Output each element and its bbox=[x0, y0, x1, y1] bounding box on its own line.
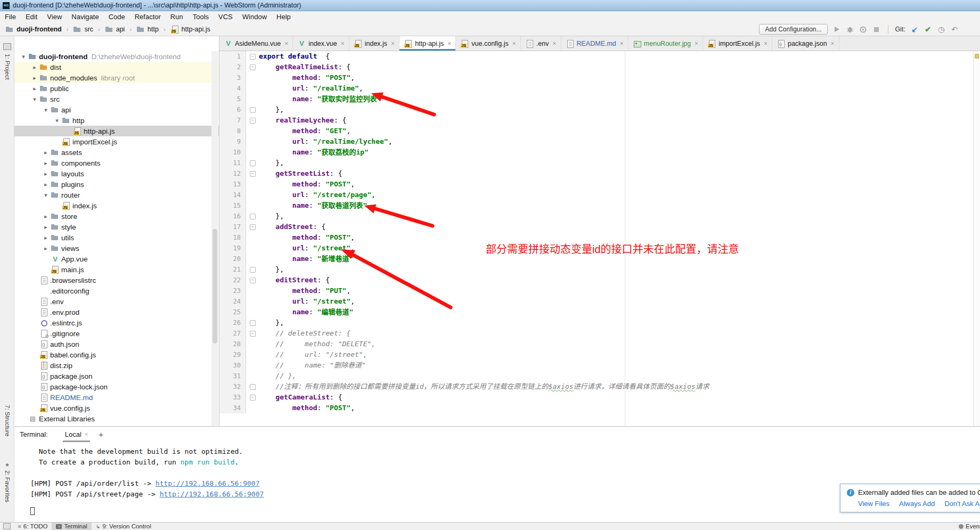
stop-icon[interactable] bbox=[872, 25, 881, 34]
run-icon[interactable] bbox=[832, 25, 841, 34]
tree-item[interactable]: ▸dist bbox=[14, 62, 219, 72]
tree-item[interactable]: .gitignore bbox=[14, 328, 219, 339]
chevron-right-icon[interactable]: ▸ bbox=[41, 160, 51, 167]
chevron-right-icon[interactable]: ▸ bbox=[30, 85, 39, 92]
fold-end-icon[interactable] bbox=[250, 214, 256, 219]
close-tab-icon[interactable]: × bbox=[512, 40, 516, 47]
tree-item[interactable]: dist.zip bbox=[14, 360, 219, 371]
status-bar-item-terminal[interactable]: >Terminal bbox=[52, 523, 91, 530]
chevron-down-icon[interactable]: ▾ bbox=[41, 107, 51, 113]
terminal-link[interactable]: http://192.168.66.56:9007 bbox=[160, 490, 264, 498]
menu-item-refactor[interactable]: Refactor bbox=[130, 11, 166, 22]
close-tab-icon[interactable]: × bbox=[620, 40, 624, 47]
menu-item-help[interactable]: Help bbox=[272, 11, 296, 22]
tree-item[interactable]: http-api.js bbox=[14, 126, 219, 136]
terminal-link[interactable]: http://192.168.66.56:9007 bbox=[156, 479, 260, 487]
close-tab-icon[interactable]: × bbox=[764, 40, 767, 47]
close-tab-icon[interactable]: × bbox=[447, 40, 451, 47]
breadcrumb-item[interactable]: src bbox=[73, 25, 93, 34]
chevron-right-icon[interactable]: ▸ bbox=[30, 75, 39, 81]
chevron-right-icon[interactable]: ▸ bbox=[41, 149, 51, 156]
close-tab-icon[interactable]: × bbox=[695, 40, 698, 47]
revert-icon[interactable]: ↶ bbox=[950, 25, 959, 34]
menu-item-vcs[interactable]: VCS bbox=[214, 11, 238, 22]
inspection-warning-mark[interactable] bbox=[975, 54, 979, 59]
breadcrumb-item[interactable]: duoji-frontend bbox=[5, 25, 62, 34]
run-with-coverage-icon[interactable] bbox=[859, 25, 868, 34]
close-tab-icon[interactable]: × bbox=[831, 40, 835, 47]
notification-action-link[interactable]: Always Add bbox=[899, 500, 935, 508]
editor-tab[interactable]: index.js× bbox=[349, 36, 399, 51]
new-terminal-session-button[interactable]: + bbox=[99, 430, 103, 439]
close-tab-icon[interactable]: × bbox=[284, 40, 288, 47]
breadcrumb-item[interactable]: api bbox=[105, 25, 125, 34]
tree-item[interactable]: ▸components bbox=[14, 158, 219, 168]
menu-item-code[interactable]: Code bbox=[104, 11, 130, 22]
editor-tab[interactable]: VAsideMenu.vue× bbox=[219, 36, 293, 51]
tree-item[interactable]: main.js bbox=[14, 264, 219, 275]
tree-item[interactable]: .editorconfig bbox=[14, 286, 219, 296]
status-bar-item-todo[interactable]: ≡6: TODO bbox=[14, 523, 52, 530]
editor-tab[interactable]: menuRouter.jpg× bbox=[628, 36, 703, 51]
fold-end-icon[interactable] bbox=[250, 160, 256, 166]
git-update-icon[interactable]: ↙ bbox=[910, 25, 919, 34]
tree-item[interactable]: .browserslistrc bbox=[14, 275, 219, 286]
chevron-right-icon[interactable]: ▸ bbox=[41, 234, 51, 241]
tree-item[interactable]: VApp.vue bbox=[14, 254, 219, 264]
chevron-right-icon[interactable]: ▸ bbox=[30, 64, 39, 71]
close-tab-icon[interactable]: × bbox=[552, 40, 556, 47]
chevron-right-icon[interactable]: ▸ bbox=[41, 245, 51, 252]
fold-collapse-icon[interactable]: − bbox=[250, 54, 256, 60]
menu-item-window[interactable]: Window bbox=[238, 11, 272, 22]
editor-tab[interactable]: http-api.js× bbox=[399, 36, 456, 51]
tree-item[interactable]: package.json bbox=[14, 371, 219, 381]
menu-item-edit[interactable]: Edit bbox=[21, 11, 42, 22]
chevron-right-icon[interactable]: ▸ bbox=[41, 170, 51, 177]
tree-item[interactable]: README.md bbox=[14, 392, 219, 403]
project-tree-scrollbar-thumb[interactable] bbox=[213, 229, 217, 344]
tree-item[interactable]: package-lock.json bbox=[14, 381, 219, 392]
close-tab-icon[interactable]: × bbox=[341, 40, 345, 47]
terminal-tab-local[interactable]: Local × bbox=[63, 426, 91, 442]
menu-item-file[interactable]: File bbox=[0, 11, 21, 22]
chevron-down-icon[interactable]: ▾ bbox=[52, 117, 62, 124]
menu-item-tools[interactable]: Tools bbox=[188, 11, 214, 22]
editor-tab[interactable]: vue.config.js× bbox=[456, 36, 521, 51]
fold-collapse-icon[interactable]: − bbox=[250, 331, 256, 337]
notification-action-link[interactable]: Don't Ask Agai bbox=[944, 500, 980, 508]
chevron-down-icon[interactable]: ▾ bbox=[41, 192, 51, 199]
menu-item-navigate[interactable]: Navigate bbox=[67, 11, 103, 22]
tree-item[interactable]: ▸layouts bbox=[14, 168, 219, 179]
chevron-down-icon[interactable]: ▾ bbox=[19, 53, 28, 60]
editor-tab[interactable]: importExcel.js× bbox=[703, 36, 772, 51]
tree-item[interactable]: ▤External Libraries bbox=[14, 413, 219, 424]
fold-collapse-icon[interactable]: − bbox=[250, 278, 256, 283]
tree-item[interactable]: ▾api bbox=[14, 104, 219, 115]
tree-item[interactable]: ▸views bbox=[14, 243, 219, 254]
tree-item[interactable]: ▾duoji-frontendD:\zheheWeb\duoji-fronten… bbox=[14, 51, 219, 62]
tool-window-corner-icon[interactable] bbox=[3, 523, 11, 529]
menu-item-view[interactable]: View bbox=[42, 11, 67, 22]
event-log-button[interactable]: Event Log bbox=[959, 523, 980, 529]
chevron-down-icon[interactable]: ▾ bbox=[30, 96, 39, 103]
fold-collapse-icon[interactable]: − bbox=[250, 171, 256, 177]
error-stripe[interactable] bbox=[973, 51, 980, 426]
fold-collapse-icon[interactable]: − bbox=[250, 224, 256, 230]
menu-item-run[interactable]: Run bbox=[166, 11, 188, 22]
tree-item[interactable]: ▸utils bbox=[14, 232, 219, 243]
debug-bug-icon[interactable] bbox=[846, 25, 854, 34]
tree-item[interactable]: ▾src bbox=[14, 94, 219, 104]
terminal-output[interactable]: Note that the development build is not o… bbox=[14, 446, 980, 516]
fold-end-icon[interactable] bbox=[250, 107, 256, 113]
tree-item[interactable]: ▸assets bbox=[14, 147, 219, 158]
fold-end-icon[interactable] bbox=[250, 384, 256, 390]
fold-collapse-icon[interactable]: − bbox=[250, 118, 256, 124]
tool-window-button-structure[interactable]: 7: Structure bbox=[0, 403, 14, 436]
tree-item[interactable]: ▾router bbox=[14, 190, 219, 200]
breadcrumb-item[interactable]: http-api.js bbox=[170, 25, 210, 34]
tree-item[interactable]: ▸store bbox=[14, 211, 219, 222]
chevron-right-icon[interactable]: ▸ bbox=[41, 224, 51, 231]
tree-item[interactable]: importExcel.js bbox=[14, 136, 219, 147]
tree-item[interactable]: auth.json bbox=[14, 339, 219, 349]
status-bar-item-vcs[interactable]: ↳9: Version Control bbox=[92, 523, 156, 530]
